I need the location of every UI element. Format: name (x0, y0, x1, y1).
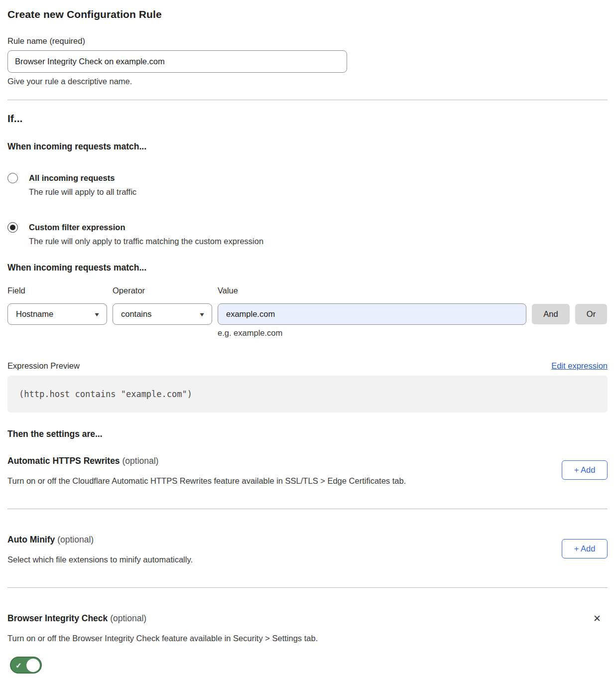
chevron-down-icon: ▼ (94, 311, 101, 317)
expression-preview-box: (http.host contains "example.com") (7, 376, 608, 412)
setting-automatic-https-rewrites: Automatic HTTPS Rewrites (optional) Turn… (7, 456, 608, 486)
add-automatic-https-rewrites-button[interactable]: + Add (562, 460, 608, 480)
radio-description: The rule will apply to all traffic (29, 187, 136, 197)
section-divider (7, 587, 608, 588)
radio-dot (10, 225, 15, 230)
and-button[interactable]: And (532, 304, 570, 324)
radio-description: The rule will only apply to traffic matc… (29, 236, 263, 246)
setting-optional-tag: (optional) (110, 613, 146, 623)
toggle-knob (26, 659, 40, 672)
edit-expression-link[interactable]: Edit expression (551, 361, 608, 371)
section-divider (7, 509, 608, 509)
rule-name-input[interactable] (7, 50, 347, 73)
filter-match-heading: When incoming requests match... (7, 263, 608, 273)
field-select-value: Hostname (16, 309, 53, 319)
field-label: Field (7, 286, 107, 295)
rule-name-help: Give your rule a descriptive name. (7, 77, 608, 86)
operator-select[interactable]: contains ▼ (113, 303, 212, 325)
add-auto-minify-button[interactable]: + Add (562, 539, 608, 558)
rule-name-label: Rule name (required) (7, 36, 608, 46)
or-button[interactable]: Or (575, 304, 607, 324)
radio-option-custom-filter[interactable]: Custom filter expression The rule will o… (7, 222, 608, 246)
if-heading: If... (7, 112, 608, 125)
setting-optional-tag: (optional) (122, 456, 158, 466)
radio-option-all-incoming[interactable]: All incoming requests The rule will appl… (7, 173, 608, 197)
radio-button-unselected[interactable] (7, 173, 18, 183)
setting-description: Turn on or off the Cloudflare Automatic … (7, 476, 406, 486)
operator-label: Operator (113, 286, 212, 295)
setting-description: Select which file extensions to minify a… (7, 555, 193, 564)
field-select[interactable]: Hostname ▼ (7, 303, 107, 325)
section-divider (7, 100, 608, 100)
chevron-down-icon: ▼ (199, 311, 206, 317)
radio-label: All incoming requests (29, 173, 136, 183)
expression-preview-label: Expression Preview (7, 361, 80, 371)
then-settings-heading: Then the settings are... (7, 429, 608, 439)
create-configuration-rule-form: Create new Configuration Rule Rule name … (0, 0, 616, 686)
value-label: Value (218, 286, 526, 295)
setting-optional-tag: (optional) (57, 535, 94, 545)
match-heading: When incoming requests match... (7, 141, 608, 152)
value-input[interactable] (218, 303, 526, 325)
setting-name: Auto Minify (7, 535, 55, 545)
expression-code: (http.host contains "example.com") (19, 389, 192, 399)
radio-label: Custom filter expression (29, 222, 263, 232)
page-title: Create new Configuration Rule (7, 8, 608, 21)
close-icon[interactable]: ✕ (593, 613, 601, 624)
setting-name: Browser Integrity Check (7, 613, 108, 623)
setting-auto-minify: Auto Minify (optional) Select which file… (7, 535, 608, 564)
operator-select-value: contains (121, 309, 151, 319)
check-icon: ✓ (15, 662, 22, 669)
setting-browser-integrity-check: Browser Integrity Check (optional) Turn … (7, 613, 608, 643)
browser-integrity-check-toggle[interactable]: ✓ (10, 657, 42, 674)
radio-button-selected[interactable] (7, 222, 18, 233)
setting-name: Automatic HTTPS Rewrites (7, 456, 120, 466)
setting-description: Turn on or off the Browser Integrity Che… (7, 634, 318, 643)
value-hint: e.g. example.com (218, 328, 526, 338)
